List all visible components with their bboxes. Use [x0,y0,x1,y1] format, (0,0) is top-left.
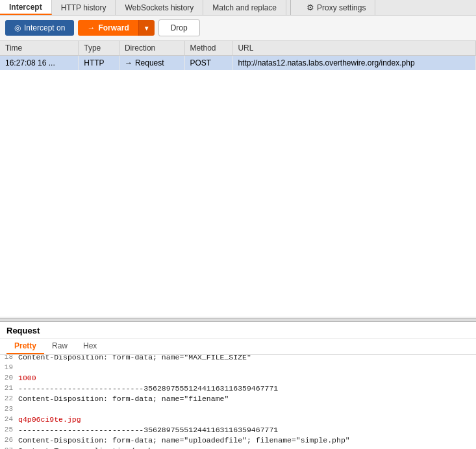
forward-dropdown-button[interactable]: ▼ [138,20,155,36]
code-line: 22Content-Disposition: form-data; name="… [0,394,476,405]
line-number: 19 [0,363,18,371]
line-content: q4p06ci9te.jpg [18,415,476,424]
intercept-icon: ◎ [14,23,21,32]
code-line: 27Content-Type: application/x-php [0,446,476,449]
cell-time: 16:27:08 16 ... [0,56,79,71]
line-number: 25 [0,426,18,433]
forward-button-group: → Forward ▼ [78,20,154,36]
code-area[interactable]: 18Content-Disposition: form-data; name="… [0,355,476,449]
line-content: 1000 [18,374,476,382]
line-number: 21 [0,384,18,392]
cell-url: http://natas12.natas.labs.overthewire.or… [232,56,476,71]
gear-icon: ⚙ [307,3,314,12]
line-number: 26 [0,436,18,444]
tab-match-replace[interactable]: Match and replace [203,0,286,15]
bottom-tab-raw-label: Raw [52,341,68,350]
toolbar: ◎ Intercept on → Forward ▼ Drop [0,16,476,41]
code-line: 201000 [0,374,476,384]
forward-button[interactable]: → Forward [78,20,138,36]
request-table: Time Type Direction Method URL 16:27:08 … [0,41,476,70]
tab-websockets-history-label: WebSockets history [125,3,194,12]
col-url: URL [232,41,476,56]
code-line: 19 [0,363,476,374]
line-number: 22 [0,394,18,402]
line-content: ----------------------------356289755512… [18,426,476,434]
bottom-tab-raw[interactable]: Raw [44,339,75,354]
line-content: Content-Disposition: form-data; name="fi… [18,394,476,403]
tab-bar: Intercept HTTP history WebSockets histor… [0,0,476,16]
line-content: Content-Type: application/x-php [18,446,476,449]
cell-method: POST [184,56,232,71]
direction-label: Request [135,58,164,67]
col-direction: Direction [119,41,184,56]
cell-type: HTTP [79,56,119,71]
forward-button-label: Forward [98,23,129,32]
intercept-on-button[interactable]: ◎ Intercept on [5,20,74,36]
upper-area: Time Type Direction Method URL 16:27:08 … [0,41,476,317]
col-time: Time [0,41,79,56]
line-content: ----------------------------356289755512… [18,384,476,393]
bottom-panel: Request Pretty Raw Hex 18Content-Disposi… [0,322,476,449]
bottom-panel-title: Request [0,322,476,339]
line-number: 20 [0,374,18,382]
table-row[interactable]: 16:27:08 16 ... HTTP →Request POST http:… [0,56,476,71]
code-line: 18Content-Disposition: form-data; name="… [0,355,476,363]
direction-arrow-icon: → [125,58,132,67]
tab-intercept[interactable]: Intercept [0,0,52,15]
bottom-tab-pretty[interactable]: Pretty [6,339,44,354]
line-number: 23 [0,405,18,413]
tab-http-history[interactable]: HTTP history [52,0,116,15]
line-content: Content-Disposition: form-data; name="up… [18,436,476,444]
code-line: 26Content-Disposition: form-data; name="… [0,436,476,446]
tab-divider [290,0,291,15]
tab-http-history-label: HTTP history [61,3,106,12]
intercept-button-label: Intercept on [24,23,65,32]
tab-websockets-history[interactable]: WebSockets history [116,0,203,15]
tab-intercept-label: Intercept [9,3,42,12]
bottom-tab-bar: Pretty Raw Hex [0,339,476,355]
col-method: Method [184,41,232,56]
drop-button[interactable]: Drop [158,19,200,36]
line-content: Content-Disposition: form-data; name="MA… [18,355,476,361]
cell-direction: →Request [119,56,184,71]
forward-arrow-icon: → [87,23,95,32]
col-type: Type [79,41,119,56]
line-number: 18 [0,355,18,361]
bottom-tab-pretty-label: Pretty [14,341,36,350]
line-number: 27 [0,446,18,449]
bottom-tab-hex-label: Hex [83,341,97,350]
drop-button-label: Drop [171,23,188,32]
bottom-tab-hex[interactable]: Hex [75,339,105,354]
tab-proxy-settings-label: Proxy settings [317,3,366,12]
line-number: 24 [0,415,18,423]
table-header-row: Time Type Direction Method URL [0,41,476,56]
tab-proxy-settings[interactable]: ⚙ Proxy settings [297,0,375,15]
tab-match-replace-label: Match and replace [212,3,277,12]
code-line: 23 [0,405,476,415]
code-line: 24q4p06ci9te.jpg [0,415,476,426]
code-line: 21----------------------------3562897555… [0,384,476,394]
chevron-down-icon: ▼ [144,25,150,32]
code-line: 25----------------------------3562897555… [0,426,476,436]
